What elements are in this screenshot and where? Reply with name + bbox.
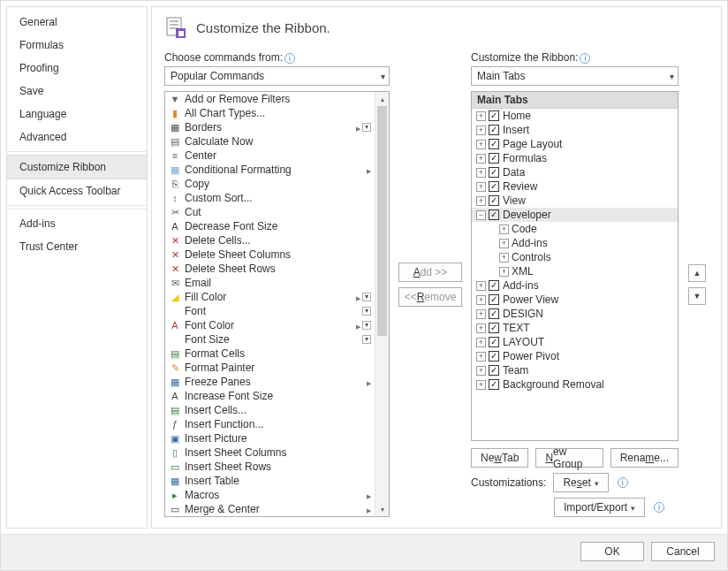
expand-toggle[interactable]: +	[499, 253, 509, 263]
info-icon[interactable]	[618, 477, 628, 488]
reset-button[interactable]: Reset	[553, 473, 608, 492]
nav-item[interactable]: Customize Ribbon	[7, 155, 147, 179]
tree-group-node[interactable]: +Add-ins	[472, 236, 678, 250]
tree-tab-node[interactable]: +Formulas	[472, 151, 678, 165]
expand-toggle[interactable]: +	[476, 140, 486, 149]
command-item[interactable]: ▦Freeze Panes	[165, 375, 375, 389]
nav-item[interactable]: Advanced	[7, 126, 147, 148]
expand-toggle[interactable]: +	[476, 196, 486, 206]
tree-tab-node[interactable]: +Home	[472, 109, 678, 123]
command-item[interactable]: ▣Insert Picture	[165, 431, 375, 445]
info-icon[interactable]	[654, 502, 664, 513]
move-down-button[interactable]: ▼	[688, 287, 706, 305]
command-item[interactable]: ▦Borders	[165, 120, 375, 134]
checkbox[interactable]	[489, 379, 499, 390]
checkbox[interactable]	[489, 365, 499, 376]
command-item[interactable]: ▤Calculate Now	[165, 134, 375, 148]
command-item[interactable]: ▸Macros	[165, 488, 375, 502]
nav-item[interactable]: Trust Center	[7, 235, 147, 258]
info-icon[interactable]	[284, 53, 295, 64]
expand-toggle[interactable]: +	[476, 168, 486, 178]
command-item[interactable]: ≡Center	[165, 148, 375, 163]
tree-tab-node[interactable]: +TEXT	[472, 321, 678, 335]
choose-commands-combo[interactable]: Popular Commands	[164, 66, 390, 86]
nav-item[interactable]: Language	[7, 103, 147, 126]
nav-item[interactable]: Proofing	[7, 57, 147, 80]
import-export-button[interactable]: Import/Export	[554, 498, 645, 517]
scroll-thumb[interactable]	[377, 106, 387, 336]
info-icon[interactable]	[580, 53, 590, 64]
move-up-button[interactable]: ▲	[688, 264, 706, 282]
expand-toggle[interactable]: +	[476, 111, 486, 121]
expand-toggle[interactable]: +	[476, 352, 486, 362]
tree-tab-node[interactable]: +Data	[472, 165, 678, 179]
tree-tab-node[interactable]: +Add-ins	[472, 278, 678, 293]
tree-group-node[interactable]: +Controls	[472, 250, 678, 264]
expand-toggle[interactable]: +	[476, 281, 486, 291]
tree-tab-node[interactable]: +Team	[472, 363, 678, 377]
command-item[interactable]: ✕Delete Cells...	[165, 233, 375, 247]
checkbox[interactable]	[489, 308, 499, 319]
command-item[interactable]: ƒInsert Function...	[165, 417, 375, 431]
command-item[interactable]: ▦Insert Table	[165, 474, 375, 488]
command-item[interactable]: ▼Add or Remove Filters	[165, 92, 375, 106]
expand-toggle[interactable]: +	[476, 366, 486, 376]
expand-toggle[interactable]: +	[476, 338, 486, 347]
command-item[interactable]: ✂Cut	[165, 205, 375, 219]
command-item[interactable]: Font	[165, 304, 375, 318]
command-item[interactable]: Font Size	[165, 332, 375, 346]
checkbox[interactable]	[489, 167, 499, 178]
checkbox[interactable]	[489, 125, 499, 135]
checkbox[interactable]	[489, 351, 499, 362]
command-item[interactable]: ▦Conditional Formatting	[165, 163, 375, 177]
nav-item[interactable]: Add-ins	[7, 212, 147, 235]
scrollbar[interactable]: ▴ ▾	[375, 92, 389, 516]
checkbox[interactable]	[489, 323, 499, 333]
expand-toggle[interactable]: +	[476, 324, 486, 333]
remove-button[interactable]: << Remove	[398, 287, 462, 307]
nav-item[interactable]: General	[7, 11, 147, 34]
expand-toggle[interactable]: +	[499, 267, 509, 277]
new-tab-button[interactable]: New Tab	[471, 448, 528, 468]
add-button[interactable]: Add >>	[398, 263, 462, 282]
checkbox[interactable]	[489, 280, 499, 291]
tree-tab-node[interactable]: +LAYOUT	[472, 335, 678, 349]
expand-toggle[interactable]: +	[476, 154, 486, 164]
checkbox[interactable]	[489, 153, 499, 164]
expand-toggle[interactable]: −	[476, 210, 486, 220]
tree-group-node[interactable]: +XML	[472, 264, 678, 278]
command-item[interactable]: AIncrease Font Size	[165, 389, 375, 403]
expand-toggle[interactable]: +	[476, 182, 486, 192]
expand-toggle[interactable]: +	[499, 225, 509, 234]
tree-tab-node[interactable]: +View	[472, 194, 678, 208]
commands-list[interactable]: ▼Add or Remove Filters▮All Chart Types..…	[164, 91, 390, 517]
command-item[interactable]: ▭Merge & Center	[165, 502, 375, 516]
tree-tab-node[interactable]: −Developer	[472, 208, 678, 222]
command-item[interactable]: ADecrease Font Size	[165, 219, 375, 233]
command-item[interactable]: ✎Format Painter	[165, 361, 375, 375]
expand-toggle[interactable]: +	[499, 239, 509, 248]
nav-item[interactable]: Formulas	[7, 34, 147, 57]
scroll-up-icon[interactable]: ▴	[375, 92, 389, 106]
expand-toggle[interactable]: +	[476, 309, 486, 319]
scroll-down-icon[interactable]: ▾	[375, 502, 389, 516]
checkbox[interactable]	[489, 294, 499, 305]
new-group-button[interactable]: New Group	[535, 448, 603, 468]
command-item[interactable]: ◢Fill Color	[165, 290, 375, 304]
command-item[interactable]: ▯Insert Sheet Columns	[165, 445, 375, 460]
command-item[interactable]: ▮All Chart Types...	[165, 106, 375, 120]
command-item[interactable]: AFont Color	[165, 318, 375, 332]
tree-tab-node[interactable]: +Background Removal	[472, 377, 678, 392]
command-item[interactable]: ✉Email	[165, 276, 375, 290]
expand-toggle[interactable]: +	[476, 380, 486, 390]
command-item[interactable]: ↕Custom Sort...	[165, 191, 375, 205]
ribbon-combo[interactable]: Main Tabs	[471, 66, 679, 86]
tree-tab-node[interactable]: +Power Pivot	[472, 349, 678, 363]
tree-group-node[interactable]: +Code	[472, 222, 678, 236]
command-item[interactable]: ▤Insert Cells...	[165, 403, 375, 417]
checkbox[interactable]	[489, 110, 499, 121]
rename-button[interactable]: Rename...	[610, 448, 679, 468]
command-item[interactable]: ▤Format Cells	[165, 346, 375, 361]
checkbox[interactable]	[489, 209, 499, 220]
nav-item[interactable]: Quick Access Toolbar	[7, 179, 147, 202]
